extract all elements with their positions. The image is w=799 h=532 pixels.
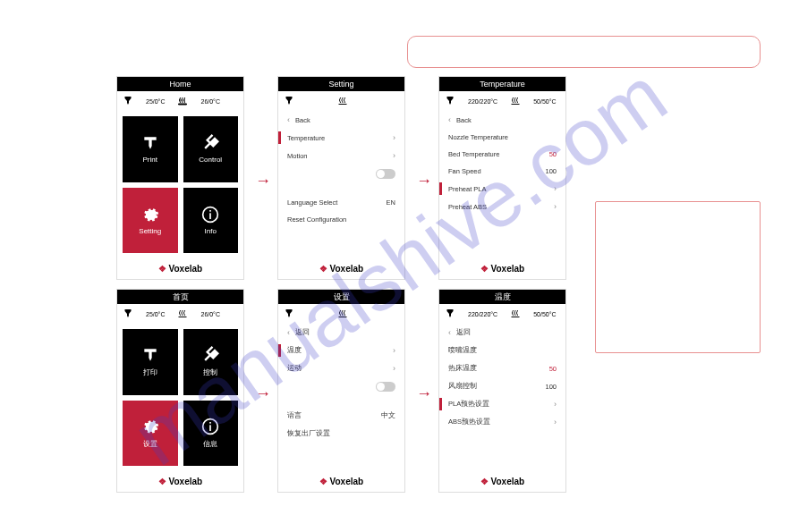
fan-speed-row[interactable]: 风扇控制100 [439,377,565,395]
toggle-row[interactable] [278,165,404,183]
setting-tile[interactable]: Setting [123,188,178,254]
preheat-pla-row[interactable]: Preheat PLA› [439,180,565,198]
tile-label: 设置 [143,439,157,449]
row-value: EN [387,198,395,207]
toggle-switch[interactable] [376,169,395,179]
control-tile[interactable]: Control [183,116,239,182]
preheat-pla-row[interactable]: PLA预热设置› [439,395,565,413]
back-row[interactable]: ‹Back [278,111,404,129]
screen-home-en: Home 25/0°C 26/0°C Print Control Setting [116,76,244,280]
temperature-row[interactable]: Temperature› [278,129,404,147]
bed-readout: 50/50°C [533,311,556,317]
motion-row[interactable]: Motion› [278,147,404,165]
svg-rect-1 [209,213,211,219]
nozzle-icon [445,96,455,106]
screen-temperature-cn: 温度 220/220°C 50/50°C ‹返回 喷嘴温度 热床温度50 风扇控… [438,289,566,493]
row-label: ABS预热设置 [448,418,490,426]
row-label: 语言 [287,411,302,420]
row-label: 温度 [287,346,302,355]
chevron-right-icon: › [554,418,557,426]
tile-label: Setting [139,227,161,235]
row-value: 100 [545,383,557,391]
nozzle-readout: 25/0°C [146,311,165,317]
temp-bar: 220/220°C 50/50°C [439,304,565,324]
bed-icon [337,96,348,106]
bed-icon [510,96,521,106]
tile-label: Info [205,227,217,235]
nozzle-temp-row[interactable]: 喷嘴温度 [439,342,565,359]
row-value: 100 [545,167,557,175]
nozzle-icon [284,96,294,106]
back-row[interactable]: ‹Back [439,111,565,129]
svg-rect-4 [209,425,211,431]
temp-bar: 220/220°C 50/50°C [439,91,565,111]
info-tile[interactable]: 信息 [183,401,239,467]
nozzle-icon [284,308,294,319]
tile-label: 控制 [203,367,217,377]
screen-title: 设置 [278,290,404,304]
chevron-right-icon: › [393,364,395,373]
row-label: 喷嘴温度 [448,346,477,355]
nozzle-icon [123,96,133,106]
brand-footer: ❖ Voxelab [117,471,243,492]
bed-icon [177,96,188,106]
bed-readout: 50/50°C [533,98,556,105]
fan-speed-row[interactable]: Fan Speed100 [439,163,565,180]
back-label: Back [451,116,557,124]
back-row[interactable]: ‹返回 [439,324,565,342]
preheat-abs-row[interactable]: ABS预热设置› [439,413,565,431]
brand-footer: ❖ Voxelab [278,471,404,492]
reset-row[interactable]: 恢复出厂设置 [278,425,404,443]
row-label: Motion [287,152,308,160]
screen-title: Temperature [439,77,565,91]
screen-title: 首页 [117,290,243,304]
nozzle-readout: 220/220°C [468,311,497,317]
tile-label: 信息 [203,439,217,449]
tile-label: Control [199,156,222,164]
row-label: PLA预热设置 [448,400,489,409]
row-label: Temperature [287,134,325,142]
nozzle-readout: 25/0°C [146,98,165,105]
info-tile[interactable]: Info [183,188,239,254]
control-tile[interactable]: 控制 [183,329,239,395]
toggle-switch[interactable] [376,382,395,392]
reset-row[interactable]: Reset Configuration [278,211,404,228]
tile-label: Print [143,156,157,164]
screen-temperature-en: Temperature 220/220°C 50/50°C ‹Back Nozz… [438,76,566,280]
row-label: Preheat PLA [448,185,487,193]
annotation-box-top [407,36,761,68]
temperature-row[interactable]: 温度› [278,342,404,359]
screen-home-cn: 首页 25/0°C 26/0°C 打印 控制 设置 信息 ❖ Voxelab [116,289,244,493]
bed-temp-row[interactable]: 热床温度50 [439,359,565,377]
bed-temp-row[interactable]: Bed Temperature50 [439,146,565,163]
language-row[interactable]: Language SelectEN [278,194,404,211]
chevron-right-icon: › [393,133,395,142]
row-label: 风扇控制 [448,382,477,391]
screen-title: Home [117,77,243,91]
nozzle-temp-row[interactable]: Nozzle Temperature [439,129,565,146]
svg-rect-5 [209,422,211,424]
screen-title: Setting [278,77,404,91]
language-row[interactable]: 语言中文 [278,407,404,425]
row-value: 中文 [381,411,395,420]
bed-icon [177,308,188,319]
setting-tile[interactable]: 设置 [123,401,178,467]
back-row[interactable]: ‹返回 [278,324,404,342]
annotation-box-side [595,201,761,353]
temp-bar [278,91,404,111]
row-label: Reset Configuration [287,215,346,224]
motion-row[interactable]: 运动› [278,359,404,377]
bed-readout: 26/0°C [200,311,219,317]
row-label: Language Select [287,198,337,207]
print-tile[interactable]: Print [123,116,178,182]
toggle-row[interactable] [278,377,404,396]
temp-bar [278,304,404,324]
row-value: 50 [549,365,557,373]
nozzle-icon [123,308,133,319]
preheat-abs-row[interactable]: Preheat ABS› [439,198,565,215]
back-label: Back [290,116,395,124]
chevron-right-icon: › [554,184,557,193]
row-label: Preheat ABS [448,203,487,211]
print-tile[interactable]: 打印 [123,329,178,395]
row-label: Fan Speed [448,167,481,175]
